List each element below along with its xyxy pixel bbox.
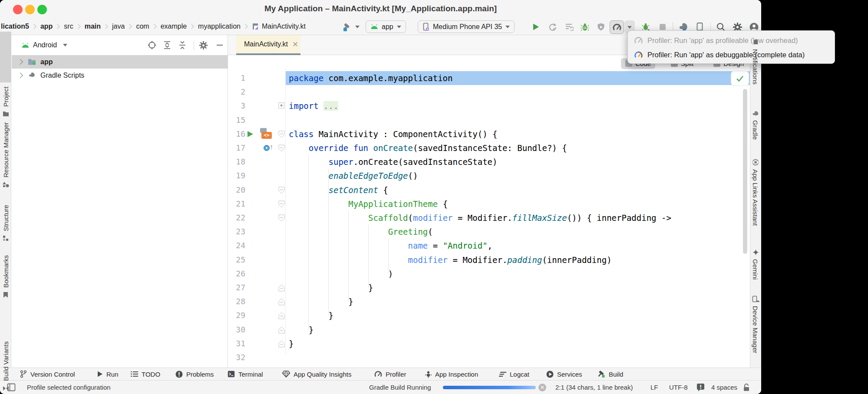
file-encoding[interactable]: UTF-8 — [669, 381, 688, 394]
breadcrumb-item[interactable]: app — [40, 23, 53, 30]
indent-setting[interactable]: 4 spaces — [711, 381, 737, 394]
breadcrumb-item[interactable]: MainActivity.kt — [262, 23, 306, 30]
breadcrumb-item[interactable]: main — [85, 23, 101, 30]
profiler-gauge-icon — [634, 36, 643, 44]
fold-marker[interactable] — [278, 131, 285, 140]
menu-item-profiler-profileable[interactable]: Profiler: Run 'app' as profileable (low … — [634, 33, 798, 47]
tool-stripe-resource-manager[interactable]: Resource Manager — [1, 122, 10, 188]
collapse-all-icon[interactable] — [178, 40, 187, 50]
code-line-16[interactable]: 16<>class MainActivity : ComponentActivi… — [228, 127, 750, 141]
code-line-24[interactable]: 24 name = "Android", — [228, 239, 750, 253]
code-line-19[interactable]: 19 enableEdgeToEdge() — [228, 169, 750, 183]
apply-code-changes-button[interactable] — [564, 22, 574, 32]
code-line-1[interactable]: 1package com.example.myapplication — [228, 71, 750, 85]
code-line-2[interactable]: 2 — [228, 85, 750, 99]
tool-window-button-version-control[interactable]: Version Control — [20, 368, 75, 380]
run-button[interactable] — [531, 22, 541, 32]
code-line-31[interactable]: 31} — [228, 337, 750, 351]
code-line-20[interactable]: 20 setContent { — [228, 183, 750, 197]
profile-low-overhead-button[interactable] — [596, 22, 606, 32]
tool-stripe-device-manager[interactable]: Device Manager — [751, 295, 760, 353]
fold-marker[interactable] — [278, 102, 284, 110]
breadcrumb-item[interactable]: lication5 — [1, 23, 29, 30]
code-line-3[interactable]: 3import ... — [228, 99, 750, 113]
code-line-27[interactable]: 27 } — [228, 281, 750, 295]
tool-window-button-build[interactable]: Build — [597, 368, 623, 380]
code-line-30[interactable]: 30 } — [228, 323, 750, 337]
breadcrumb-item[interactable]: com — [136, 23, 149, 30]
editor-scrollbar[interactable] — [743, 89, 747, 254]
tool-window-button-run[interactable]: Run — [97, 368, 119, 380]
breadcrumb-item[interactable]: java — [112, 23, 125, 30]
notification-badge-icon[interactable] — [696, 381, 705, 394]
tool-window-button-services[interactable]: Services — [546, 368, 582, 380]
code-line-26[interactable]: 26 ) — [228, 267, 750, 281]
fold-marker[interactable] — [278, 340, 285, 349]
project-view-select[interactable]: Android — [21, 41, 67, 49]
editor-content[interactable]: CodeSplitDesign 1package com.example.mya… — [228, 55, 750, 368]
tool-window-button-terminal[interactable]: Terminal — [228, 368, 263, 380]
apply-changes-button[interactable]: A — [548, 22, 558, 32]
code-line-21[interactable]: 21 MyApplicationTheme { — [228, 197, 750, 211]
code-line-25[interactable]: 25 modifier = Modifier.padding(innerPadd… — [228, 253, 750, 267]
build-run-configuration-icon[interactable] — [341, 22, 352, 32]
line-ending[interactable]: LF — [650, 381, 658, 394]
fold-marker[interactable] — [278, 200, 285, 210]
tool-stripe-gradle[interactable]: Gradle — [751, 109, 760, 140]
compose-preview-icon[interactable]: <> — [259, 128, 272, 140]
tool-stripe-build-variants[interactable]: Build Variants — [1, 341, 10, 392]
expand-all-icon[interactable] — [162, 40, 172, 50]
profiler-button[interactable] — [610, 20, 624, 34]
code-line-18[interactable]: 18 super.onCreate(savedInstanceState) — [228, 155, 750, 169]
tree-item-app[interactable]: app — [12, 55, 228, 69]
caret-position[interactable]: 2:1 (34 chars, 1 line break) — [555, 381, 633, 394]
run-configuration-select[interactable]: app — [366, 20, 406, 33]
tool-window-button-problems[interactable]: Problems — [175, 368, 214, 380]
tool-stripe-project[interactable]: Project — [1, 86, 10, 118]
tab-mainactivity[interactable]: MainActivity.kt ✕ — [236, 35, 300, 55]
inspection-status-widget[interactable] — [731, 71, 749, 86]
tool-stripe-bookmarks[interactable]: Bookmarks — [1, 255, 10, 299]
fold-marker[interactable] — [278, 187, 285, 196]
tool-stripe-gemini[interactable]: Gemini — [751, 248, 760, 280]
fold-marker[interactable] — [278, 284, 285, 293]
code-line-15[interactable]: 15 — [228, 113, 750, 127]
fold-marker[interactable] — [278, 298, 285, 307]
chevron-right-icon[interactable] — [17, 59, 23, 65]
tool-stripe-structure[interactable]: Structure — [1, 205, 10, 242]
override-method-icon[interactable]: ↑ — [264, 144, 274, 152]
fold-marker[interactable] — [278, 144, 285, 154]
breadcrumb-item[interactable]: src — [64, 23, 73, 30]
tool-window-button-logcat[interactable]: Logcat — [499, 368, 529, 380]
breadcrumb-item[interactable]: example — [161, 23, 187, 30]
build-dropdown-caret[interactable] — [354, 22, 360, 32]
tool-window-button-profiler[interactable]: Profiler — [374, 368, 406, 380]
run-class-icon[interactable] — [248, 131, 253, 137]
tool-stripe-app-links-assistant[interactable]: App Links Assistant — [751, 158, 760, 226]
code-line-17[interactable]: 17↑ override fun onCreate(savedInstanceS… — [228, 141, 750, 155]
panel-settings-gear-icon[interactable] — [198, 40, 208, 50]
code-line-32[interactable]: 32 — [228, 351, 750, 364]
tool-stripe-notifications[interactable]: Notifications — [751, 38, 760, 85]
breadcrumb-item[interactable]: myapplication — [198, 23, 241, 30]
tab-close-icon[interactable]: ✕ — [292, 40, 298, 49]
debug-button[interactable] — [580, 22, 590, 32]
locate-file-icon[interactable] — [147, 40, 157, 50]
code-line-23[interactable]: 23 Greeting( — [228, 225, 750, 239]
tool-window-button-app-quality-insights[interactable]: App Quality Insights — [282, 368, 351, 380]
device-select[interactable]: Medium Phone API 35 — [418, 20, 515, 33]
cancel-build-icon[interactable]: ✕ — [538, 384, 546, 391]
code-line-22[interactable]: 22 Scaffold(modifier = Modifier.fillMaxS… — [228, 211, 750, 225]
chevron-right-icon[interactable] — [17, 72, 23, 78]
code-line-28[interactable]: 28 } — [228, 295, 750, 309]
tool-window-button-app-inspection[interactable]: App Inspection — [425, 368, 478, 380]
fold-marker[interactable] — [278, 326, 285, 335]
menu-item-profiler-debuggable[interactable]: Profiler: Run 'app' as debuggable (compl… — [634, 48, 805, 62]
fold-marker[interactable] — [278, 312, 285, 321]
code-line-29[interactable]: 29 } — [228, 309, 750, 322]
tree-item-gradle-scripts[interactable]: Gradle Scripts — [12, 69, 228, 82]
hide-panel-icon[interactable] — [215, 40, 224, 50]
lock-icon[interactable] — [743, 381, 750, 394]
fold-marker[interactable] — [278, 214, 285, 223]
tool-window-button-todo[interactable]: TODO — [131, 368, 160, 380]
